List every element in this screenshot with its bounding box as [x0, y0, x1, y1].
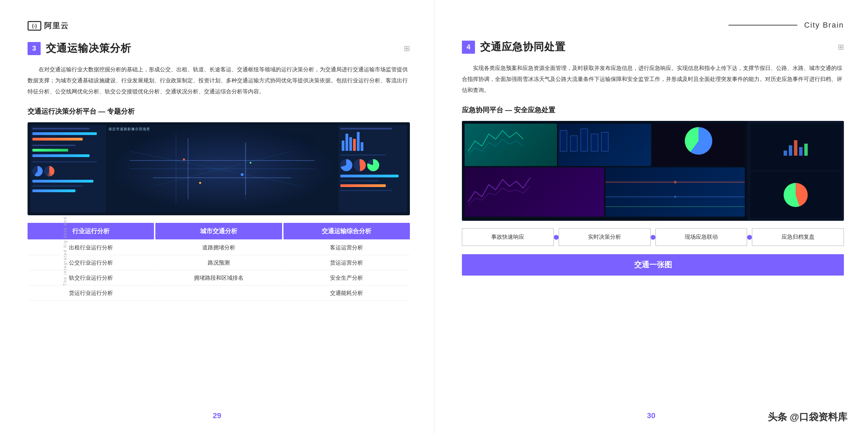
svg-rect-5 — [560, 131, 567, 151]
flow-box-0: 事故快速响应 — [462, 228, 554, 246]
section-number-4: 4 — [462, 41, 475, 54]
table-cell-r1c2: 货运运营分析 — [283, 256, 410, 270]
header-line — [728, 25, 797, 25]
flow-dot-2 — [747, 235, 752, 240]
section-icon-left: ⊞ — [404, 44, 410, 53]
left-sub-title: 交通运行决策分析平台 — 专题分析 — [28, 107, 410, 116]
watermark: 头条 @口袋资料库 — [768, 411, 847, 424]
header-left: 阿里云 — [28, 21, 410, 31]
right-page-number: 30 — [647, 411, 655, 420]
svg-rect-6 — [570, 136, 577, 151]
svg-rect-19 — [804, 144, 808, 156]
right-screenshot — [462, 121, 844, 221]
flow-box-3: 应急归档复盘 — [752, 228, 844, 246]
flow-dot-0 — [554, 235, 559, 240]
section-title-3: 3 交通运输决策分析 ⊞ — [28, 41, 410, 55]
table-cell-r2c0: 轨交行业运行分析 — [28, 271, 154, 286]
table-cell-r0c0: 出租行业运行分析 — [28, 241, 154, 255]
svg-rect-15 — [784, 151, 787, 156]
dash-right-panel — [338, 125, 407, 213]
section-title-text-4: 交通应急协同处置 — [480, 40, 566, 54]
svg-point-14 — [674, 196, 676, 198]
dash-left-panel — [30, 125, 106, 213]
left-page-number: 29 — [213, 411, 221, 420]
flow-box-2: 现场应急联动 — [655, 228, 747, 246]
flow-container: 事故快速响应 实时决策分析 现场应急联动 应急归档复盘 — [462, 228, 844, 246]
logo-text: 阿里云 — [44, 21, 69, 31]
right-body-text: 实现各类应急预案和应急资源全面管理，及时获取并发布应急信息，进行应急响应。实现信… — [462, 63, 844, 96]
table-cell-r2c1: 拥堵路段和区域排名 — [155, 271, 282, 286]
table-header-2: 交通运输综合分析 — [283, 223, 410, 239]
analysis-table: 行业运行分析 城市交通分析 交通运输综合分析 出租行业运行分析 道路拥堵分析 客… — [28, 223, 410, 301]
table-cell-r0c2: 客运运营分析 — [283, 241, 410, 255]
flow-box-1: 实时决策分析 — [559, 228, 651, 246]
page-right: City Brain 4 交通应急协同处置 ⊞ 实现各类应急预案和应急资源全面管… — [434, 0, 868, 434]
flow-dot-1 — [651, 235, 655, 240]
table-cell-r0c1: 道路拥堵分析 — [155, 241, 282, 255]
table-cell-r2c2: 安全生产分析 — [283, 271, 410, 286]
section-number-3: 3 — [28, 42, 41, 55]
left-body-text: 在对交通运输行业大数据挖掘分析的基础上，形成公交、出租、轨道、长途客运、交通枢纽… — [28, 64, 410, 97]
svg-rect-9 — [601, 132, 608, 151]
svg-point-13 — [674, 181, 676, 184]
table-cell-r3c2: 交通能耗分析 — [283, 286, 410, 301]
page-left: The integrated big data and AI solution … — [0, 0, 434, 434]
section-title-text-3: 交通运输决策分析 — [46, 41, 131, 55]
table-cell-r3c0: 货运行业运行分析 — [28, 286, 154, 301]
left-screenshot: 保定市道路影像示范场景 — [28, 122, 410, 215]
table-header-1: 城市交通分析 — [155, 223, 282, 239]
table-cell-r3c1 — [155, 286, 282, 301]
section-title-4: 4 交通应急协同处置 ⊞ — [462, 40, 844, 54]
city-brain-label: City Brain — [804, 21, 844, 30]
svg-rect-18 — [799, 147, 803, 156]
table-cell-r1c1: 路况预测 — [155, 256, 282, 270]
table-header-0: 行业运行分析 — [28, 223, 154, 239]
svg-rect-17 — [794, 140, 797, 156]
bottom-bar: 交通一张图 — [462, 254, 844, 276]
table-cell-r1c0: 公交行业运行分析 — [28, 256, 154, 270]
svg-rect-7 — [581, 129, 588, 151]
right-sub-title: 应急协同平台 — 安全应急处置 — [462, 105, 844, 115]
svg-rect-16 — [789, 145, 792, 156]
section-icon-right: ⊞ — [838, 43, 844, 52]
header-right: City Brain — [462, 21, 844, 30]
svg-rect-8 — [591, 134, 598, 151]
logo-icon — [28, 21, 41, 31]
dash-center-map: 保定市道路影像示范场景 — [107, 125, 338, 213]
logo: 阿里云 — [28, 21, 69, 31]
